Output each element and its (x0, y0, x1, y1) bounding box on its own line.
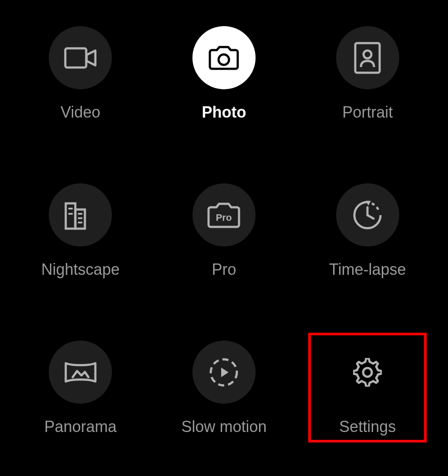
mode-label: Video (61, 103, 100, 122)
svg-text:Pro: Pro (216, 212, 232, 223)
mode-photo[interactable]: Photo (152, 26, 296, 144)
mode-nightscape[interactable]: Nightscape (9, 183, 152, 301)
mode-slowmotion[interactable]: Slow motion (152, 341, 296, 459)
mode-label: Photo (202, 103, 246, 122)
panorama-icon (49, 341, 112, 404)
timelapse-icon (336, 183, 399, 246)
mode-portrait[interactable]: Portrait (296, 26, 439, 144)
mode-settings[interactable]: Settings (296, 341, 439, 459)
mode-label: Panorama (44, 418, 117, 436)
mode-label: Portrait (342, 103, 393, 122)
mode-pro[interactable]: Pro Pro (152, 183, 296, 301)
portrait-icon (336, 26, 399, 89)
mode-label: Settings (339, 418, 396, 436)
nightscape-icon (49, 183, 112, 246)
mode-label: Slow motion (181, 418, 266, 436)
svg-point-15 (363, 368, 372, 377)
video-icon (49, 26, 112, 89)
mode-label: Nightscape (41, 260, 120, 279)
gear-icon (336, 341, 399, 404)
svg-point-3 (364, 51, 371, 58)
mode-label: Pro (212, 260, 236, 279)
camera-modes-grid: Video Photo Portrait (0, 0, 448, 476)
svg-point-1 (219, 54, 229, 65)
mode-label: Time-lapse (329, 260, 406, 279)
pro-icon: Pro (192, 183, 256, 246)
mode-panorama[interactable]: Panorama (9, 341, 152, 459)
mode-video[interactable]: Video (9, 26, 152, 144)
svg-line-13 (367, 215, 374, 219)
slowmotion-icon (192, 341, 256, 404)
mode-timelapse[interactable]: Time-lapse (296, 183, 439, 301)
svg-rect-0 (65, 48, 86, 68)
camera-icon (192, 26, 256, 89)
svg-rect-4 (66, 203, 75, 229)
